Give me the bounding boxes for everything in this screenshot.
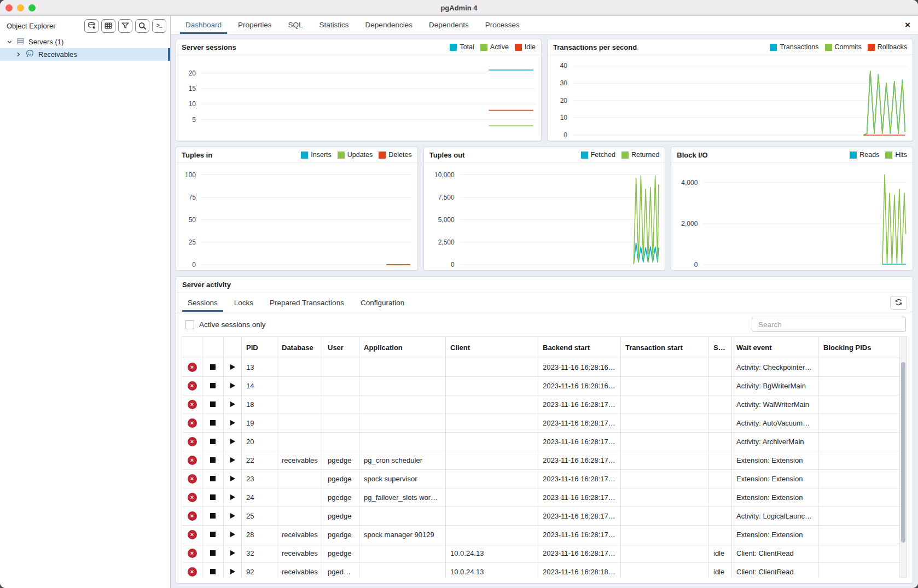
minimize-window-button[interactable]	[17, 4, 24, 11]
terminate-session-button[interactable]: ×	[182, 526, 202, 544]
cancel-query-button[interactable]	[202, 544, 224, 563]
chart-legend: ReadsHits	[850, 151, 907, 159]
tab-dashboard[interactable]: Dashboard	[177, 16, 230, 34]
table-row[interactable]: ×202023-11-16 16:28:17 …Activity: Archiv…	[182, 433, 900, 451]
cancel-query-button[interactable]	[202, 563, 224, 578]
zoom-window-button[interactable]	[28, 4, 36, 11]
tree-item-servers[interactable]: Servers (1)	[0, 36, 170, 48]
view-details-button[interactable]	[224, 563, 242, 578]
terminate-session-icon: ×	[188, 511, 197, 521]
terminal-button[interactable]: >_	[152, 19, 166, 33]
cell-user	[323, 433, 359, 451]
table-row[interactable]: ×25pgedge2023-11-16 16:28:17 …Activity: …	[182, 507, 900, 526]
search-input[interactable]	[752, 317, 906, 332]
table-row[interactable]: ×182023-11-16 16:28:17 …Activity: WalWri…	[182, 395, 900, 414]
table-scrollbar[interactable]	[900, 336, 907, 578]
cell-state	[709, 507, 732, 526]
activity-tab-sessions[interactable]: Sessions	[179, 293, 226, 312]
view-details-button[interactable]	[224, 377, 242, 395]
cancel-query-button[interactable]	[202, 358, 224, 377]
legend-label: Fetched	[591, 151, 615, 159]
search-button[interactable]	[135, 19, 149, 33]
cancel-query-button[interactable]	[202, 451, 224, 470]
table-row[interactable]: ×142023-11-16 16:28:16 …Activity: BgWrit…	[182, 377, 900, 395]
refresh-button[interactable]	[890, 296, 907, 310]
filter-button[interactable]	[118, 19, 132, 33]
chart-legend: InsertsUpdatesDeletes	[301, 151, 411, 159]
table-row[interactable]: ×23pgedgespock supervisor2023-11-16 16:2…	[182, 470, 900, 488]
terminate-session-button[interactable]: ×	[182, 544, 202, 563]
cell-application	[359, 358, 446, 377]
tab-dependents[interactable]: Dependents	[421, 16, 477, 34]
cell-transaction-start	[621, 488, 709, 507]
chart-title: Block I/O	[677, 151, 707, 159]
table-scrollbar-thumb[interactable]	[901, 362, 905, 543]
view-details-button[interactable]	[224, 395, 242, 414]
tab-sql[interactable]: SQL	[280, 16, 311, 34]
cancel-query-button[interactable]	[202, 433, 224, 451]
activity-tab-configuration[interactable]: Configuration	[352, 293, 412, 312]
chevron-down-icon[interactable]	[7, 39, 13, 45]
view-details-button[interactable]	[224, 433, 242, 451]
cancel-query-button[interactable]	[202, 377, 224, 395]
table-row[interactable]: ×192023-11-16 16:28:17 …Activity: AutoVa…	[182, 414, 900, 433]
close-panel-icon[interactable]: ×	[905, 16, 910, 34]
cell-state	[709, 395, 732, 414]
cancel-query-button[interactable]	[202, 507, 224, 526]
database-button[interactable]	[84, 19, 98, 33]
server-activity-title: Server activity	[176, 277, 913, 293]
table-row[interactable]: ×24pgedgepg_failover_slots wor…2023-11-1…	[182, 488, 900, 507]
column-header-user: User	[323, 337, 359, 358]
grid-view-button[interactable]	[101, 19, 115, 33]
terminate-session-button[interactable]: ×	[182, 414, 202, 433]
terminate-session-button[interactable]: ×	[182, 395, 202, 414]
table-row[interactable]: ×32receivablespgedge10.0.24.132023-11-16…	[182, 544, 900, 563]
table-row[interactable]: ×28receivablespgedgespock manager 901292…	[182, 526, 900, 544]
cancel-query-button[interactable]	[202, 470, 224, 488]
y-axis-tick: 40	[548, 62, 567, 69]
view-details-button[interactable]	[224, 544, 242, 563]
cancel-query-button[interactable]	[202, 526, 224, 544]
cancel-query-button[interactable]	[202, 488, 224, 507]
cell-pid: 14	[242, 377, 277, 395]
sessions-tab-content: Active sessions only PIDDatabaseUserAppl…	[176, 312, 913, 583]
terminate-session-button[interactable]: ×	[182, 377, 202, 395]
close-window-button[interactable]	[5, 4, 13, 11]
view-details-button[interactable]	[224, 414, 242, 433]
terminate-session-button[interactable]: ×	[182, 470, 202, 488]
view-details-button[interactable]	[224, 526, 242, 544]
tree-item-receivables[interactable]: Receivables	[0, 48, 170, 61]
terminate-session-button[interactable]: ×	[182, 488, 202, 507]
series-commits	[864, 71, 905, 135]
terminate-session-button[interactable]: ×	[182, 358, 202, 377]
view-details-icon	[230, 401, 235, 407]
terminate-session-button[interactable]: ×	[182, 507, 202, 526]
view-details-button[interactable]	[224, 470, 242, 488]
tab-processes[interactable]: Processes	[477, 16, 528, 34]
tab-dependencies[interactable]: Dependencies	[357, 16, 421, 34]
view-details-button[interactable]	[224, 451, 242, 470]
terminate-session-button[interactable]: ×	[182, 451, 202, 470]
legend-updates: Updates	[338, 151, 373, 159]
table-row[interactable]: ×132023-11-16 16:28:16 …Activity: Checkp…	[182, 358, 900, 377]
cancel-query-button[interactable]	[202, 414, 224, 433]
activity-tab-locks[interactable]: Locks	[226, 293, 262, 312]
table-row[interactable]: ×92receivablespgedg…10.0.24.132023-11-16…	[182, 563, 900, 578]
cell-database	[277, 470, 323, 488]
cell-client	[446, 451, 538, 470]
table-row[interactable]: ×22receivablespgedgepg_cron scheduler202…	[182, 451, 900, 470]
view-details-button[interactable]	[224, 488, 242, 507]
view-details-button[interactable]	[224, 358, 242, 377]
active-sessions-checkbox[interactable]	[185, 320, 194, 329]
view-details-button[interactable]	[224, 507, 242, 526]
cell-pid: 22	[242, 451, 277, 470]
activity-tab-prepared-transactions[interactable]: Prepared Transactions	[262, 293, 352, 312]
legend-swatch	[450, 44, 457, 51]
tab-statistics[interactable]: Statistics	[311, 16, 357, 34]
chart-title: Server sessions	[182, 43, 236, 51]
cancel-query-button[interactable]	[202, 395, 224, 414]
tab-properties[interactable]: Properties	[230, 16, 280, 34]
terminate-session-button[interactable]: ×	[182, 563, 202, 578]
chevron-right-icon[interactable]	[15, 51, 21, 57]
terminate-session-button[interactable]: ×	[182, 433, 202, 451]
